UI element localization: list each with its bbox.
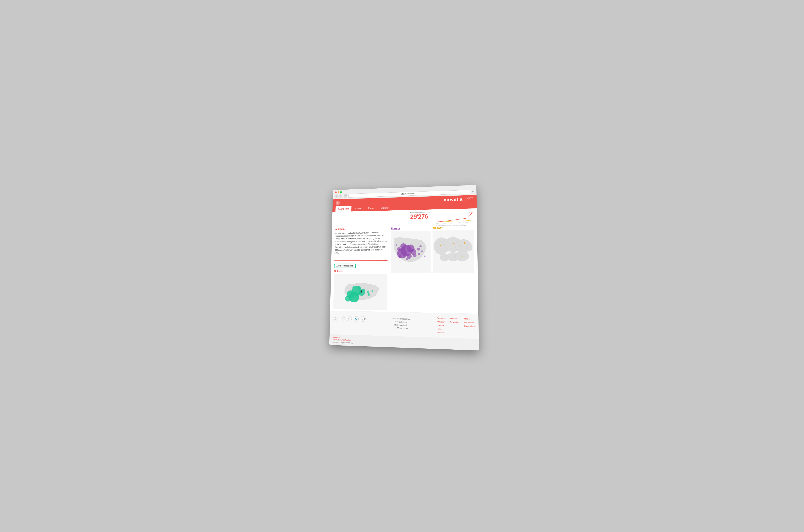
facebook-link[interactable]: Facebook <box>437 317 445 320</box>
browser-nav-buttons: ‹ › <box>335 194 342 198</box>
main-content: Mobilitäten Movetia fördert und unterstü… <box>330 226 478 314</box>
linkedin-icon[interactable]: in <box>347 316 352 321</box>
stat-number: 29'276 <box>410 213 431 220</box>
twitter-link[interactable]: Twitter <box>437 327 445 331</box>
description-text: Movetia fördert und unterstützt Austausc… <box>334 231 388 254</box>
whatsapp-icon[interactable]: 💬 <box>361 316 366 322</box>
svg-point-36 <box>424 255 426 257</box>
filter-label: Alle Bildungsstufen <box>334 264 356 268</box>
schweiz-map-svg <box>333 274 387 310</box>
footer-podcast-newsletter: Podcast Newsletter <box>450 317 459 324</box>
footer-social-icons: @ f in 🐦 💬 <box>333 314 366 322</box>
linkedin-link[interactable]: LinkedIn <box>437 324 445 327</box>
site-logo: movetia <box>444 197 462 203</box>
footer-copyright: © 2022 All rights reserved. <box>332 341 353 344</box>
back-button[interactable]: ‹ <box>335 194 339 198</box>
footer-address: Dornacherstrasse 28A 4500 Solothurn info… <box>370 315 431 331</box>
footer: @ f in 🐦 💬 Dornacherstrasse 28A 4500 Sol… <box>330 311 479 339</box>
footer-social-links: Facebook Instagram LinkedIn Twitter YouT… <box>437 317 445 335</box>
svg-text:2021*: 2021* <box>465 222 469 224</box>
nav-weltweit[interactable]: Weltweit <box>378 205 391 211</box>
facebook-icon[interactable]: f <box>340 316 345 321</box>
weltweit-map-link[interactable]: Weltweit <box>433 226 474 229</box>
europa-map-link[interactable]: Europa <box>391 227 431 230</box>
right-maps: Europa <box>390 226 475 312</box>
twitter-icon[interactable]: 🐦 <box>354 316 359 322</box>
medien-link[interactable]: Medien <box>464 317 475 321</box>
dot-yellow[interactable] <box>337 191 339 193</box>
weltweit-map-section: Weltweit <box>433 226 475 312</box>
weltweit-map[interactable] <box>433 230 474 273</box>
podcast-link[interactable]: Podcast <box>450 317 459 320</box>
nav-dashboard[interactable]: Dashboard <box>335 206 351 212</box>
svg-text:2017: 2017 <box>436 223 439 224</box>
europa-map-svg <box>390 231 431 273</box>
reload-button[interactable]: ↻ <box>472 190 474 193</box>
filter-dropdown[interactable] <box>334 256 387 261</box>
nav-europa[interactable]: Europa <box>366 205 378 211</box>
accessibility-icon[interactable]: ⊙ <box>335 201 340 205</box>
window-buttons: ⊡ <box>344 194 347 197</box>
trend-chart: 2017 2018* 2019* 2020* 2021* 29'276 <box>436 210 473 224</box>
svg-text:2018*: 2018* <box>443 223 446 224</box>
svg-point-14 <box>345 296 351 302</box>
browser-window: ‹ › ⊡ stat.movetia.ch ↻ ⊙ movetia DE ▾ D… <box>329 185 479 350</box>
europa-map-section: Europa <box>390 227 431 311</box>
dot-red[interactable] <box>335 191 336 193</box>
email-icon[interactable]: @ <box>333 316 338 321</box>
newsletter-link[interactable]: Newsletter <box>450 320 459 324</box>
schweiz-map[interactable] <box>333 274 387 310</box>
lang-selector[interactable]: DE ▾ <box>465 197 473 201</box>
window-view-button[interactable]: ⊡ <box>344 194 347 197</box>
europa-map[interactable] <box>390 231 431 273</box>
schweiz-map-link[interactable]: Schweiz <box>334 270 387 273</box>
weltweit-map-svg <box>433 230 474 273</box>
dropdown-wrapper: ▾ <box>334 256 387 262</box>
svg-line-1 <box>436 218 473 219</box>
datenschutz-link[interactable]: Datenschutz <box>464 324 475 328</box>
svg-text:29'276: 29'276 <box>469 212 473 213</box>
footer-brand-sub: Austausch und Mobilität <box>332 339 353 341</box>
dot-green[interactable] <box>340 191 342 193</box>
forward-button[interactable]: › <box>339 194 342 198</box>
youtube-link[interactable]: YouTube <box>437 331 445 335</box>
site-content: ⊙ movetia DE ▾ Dashboard Schweiz Europa … <box>329 195 479 350</box>
left-panel: Mobilitäten Movetia fördert und unterstü… <box>333 227 388 310</box>
svg-line-2 <box>436 215 473 216</box>
svg-text:2020*: 2020* <box>458 222 461 224</box>
stats-block: Bewilligte Mobilitäten 2021 29'276 <box>410 211 431 220</box>
chart-container: 2017 2018* 2019* 2020* 2021* 29'276 Gefö… <box>436 210 474 226</box>
impressum-link[interactable]: Impressum <box>464 321 475 324</box>
svg-text:2019*: 2019* <box>451 222 454 224</box>
footer-legal-links: Medien Impressum Datenschutz <box>464 317 475 328</box>
nav-schweiz[interactable]: Schweiz <box>352 206 365 211</box>
instagram-link[interactable]: Instagram <box>437 320 445 324</box>
